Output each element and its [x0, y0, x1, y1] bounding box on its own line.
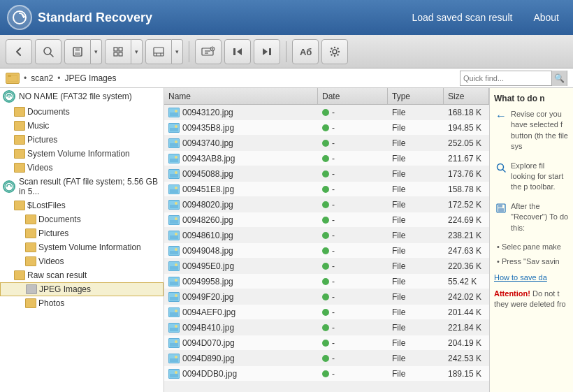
info-text-1: Revise cor you have selected f button (t…	[511, 109, 569, 152]
save-dropdown-arrow[interactable]: ▾	[91, 39, 102, 64]
tree-item-videos-1[interactable]: Videos	[0, 161, 164, 175]
svg-rect-63	[170, 251, 178, 254]
view-button[interactable]	[105, 39, 131, 64]
file-row[interactable]: 009451E8.jpg - File 158.78 K	[164, 182, 489, 197]
status-dot	[322, 324, 329, 331]
file-row[interactable]: 009495E0.jpg - File 220.36 K	[164, 259, 489, 274]
preview-dropdown-arrow[interactable]: ▾	[172, 39, 183, 64]
file-row[interactable]: 0094D070.jpg - File 204.19 K	[164, 335, 489, 351]
file-row[interactable]: 00945088.jpg - File 173.76 K	[164, 166, 489, 182]
file-name-cell: 0094DDB0.jpg	[164, 366, 318, 381]
info-section-1: ← Revise cor you have selected f button …	[494, 109, 569, 152]
tree-item-photos[interactable]: Photos	[0, 296, 164, 310]
magnify-icon	[494, 161, 508, 175]
tree-item-raw-scan[interactable]: Raw scan result	[0, 268, 164, 282]
file-row[interactable]: 00948610.jpg - File 238.21 K	[164, 228, 489, 243]
tree-item-system-volume-2[interactable]: System Volume Information	[0, 240, 164, 254]
folder-icon	[25, 228, 36, 238]
status-dot	[322, 370, 329, 377]
file-type-cell: File	[388, 289, 444, 304]
file-name-cell: 009451E8.jpg	[164, 182, 318, 196]
file-name-cell: 00949958.jpg	[164, 274, 318, 289]
svg-rect-6	[114, 48, 117, 51]
load-scan-link[interactable]: Load saved scan result	[412, 12, 512, 23]
file-row[interactable]: 0094D890.jpg - File 242.53 K	[164, 351, 489, 366]
search-input[interactable]	[460, 74, 551, 82]
file-name-cell: 00945088.jpg	[164, 166, 318, 181]
tree-item-system-volume-1[interactable]: System Volume Information	[0, 147, 164, 161]
file-row[interactable]: 00949048.jpg - File 247.63 K	[164, 243, 489, 259]
file-size-cell: 194.85 K	[444, 120, 489, 135]
attention-label: Attention!	[494, 289, 530, 298]
about-link[interactable]: About	[533, 12, 559, 23]
back-button[interactable]	[6, 39, 32, 64]
tree-item-music[interactable]: Music	[0, 119, 164, 133]
search-submit-button[interactable]: 🔍	[551, 71, 567, 86]
file-date-cell: -	[318, 320, 388, 335]
tree-scan-result[interactable]: Scan result (FAT file system; 5.56 GB in…	[0, 175, 164, 198]
app-title: Standard Recovery	[38, 10, 152, 25]
svg-rect-66	[170, 266, 178, 270]
col-header-name[interactable]: Name	[164, 88, 318, 104]
file-name-cell: 00948260.jpg	[164, 212, 318, 227]
save-button[interactable]	[64, 39, 91, 64]
rename-button[interactable]: Аб	[292, 39, 319, 64]
prev-button[interactable]	[224, 39, 251, 64]
file-row[interactable]: 0094B410.jpg - File 221.84 K	[164, 320, 489, 335]
next-button[interactable]	[254, 39, 280, 64]
file-name-cell: 00948610.jpg	[164, 228, 318, 242]
file-type-cell: File	[388, 305, 444, 319]
file-row[interactable]: 0094DDB0.jpg - File 189.15 K	[164, 366, 489, 382]
logo-icon	[7, 5, 32, 30]
file-row[interactable]: 00948260.jpg - File 224.69 K	[164, 212, 489, 228]
tree-item-jpeg-images[interactable]: JPEG Images	[0, 282, 164, 296]
file-img-icon	[168, 277, 180, 286]
tree-drive-no-name[interactable]: NO NAME (FAT32 file system)	[0, 88, 164, 105]
info-link[interactable]: How to save da	[494, 273, 569, 282]
breadcrumb-path2[interactable]: JPEG Images	[64, 73, 116, 83]
settings-button[interactable]	[321, 39, 348, 64]
view-dropdown-arrow[interactable]: ▾	[131, 39, 143, 64]
search-button[interactable]	[35, 39, 61, 64]
find-button[interactable]	[195, 39, 222, 64]
svg-rect-81	[170, 343, 178, 347]
svg-rect-84	[170, 358, 178, 362]
file-type-cell: File	[388, 197, 444, 212]
tree-item-videos-2[interactable]: Videos	[0, 254, 164, 268]
file-row[interactable]: 00949958.jpg - File 55.42 K	[164, 274, 489, 289]
file-row[interactable]: 00943120.jpg - File 168.18 K	[164, 105, 489, 120]
file-size-cell: 173.76 K	[444, 166, 489, 181]
file-row[interactable]: 00943740.jpg - File 252.05 K	[164, 136, 489, 151]
status-dot	[322, 340, 329, 347]
tree-item-pictures-2[interactable]: Pictures	[0, 226, 164, 240]
tree-item-documents-2[interactable]: Documents	[0, 212, 164, 226]
col-header-date[interactable]: Date	[318, 88, 388, 104]
file-row[interactable]: 00943AB8.jpg - File 211.67 K	[164, 151, 489, 166]
svg-point-85	[175, 356, 177, 358]
file-date-cell: -	[318, 228, 388, 242]
svg-point-34	[5, 182, 13, 191]
folder-icon	[25, 298, 36, 308]
file-name-cell: 0094D070.jpg	[164, 335, 318, 350]
col-header-size[interactable]: Size	[444, 88, 489, 104]
breadcrumb-path1[interactable]: scan2	[31, 73, 53, 83]
status-dot	[322, 186, 329, 193]
file-img-icon	[168, 261, 180, 271]
col-header-type[interactable]: Type	[388, 88, 444, 104]
file-date-cell: -	[318, 120, 388, 135]
file-row[interactable]: 00948020.jpg - File 172.52 K	[164, 197, 489, 212]
file-row[interactable]: 00949F20.jpg - File 242.02 K	[164, 289, 489, 305]
logo: Standard Recovery	[7, 5, 152, 30]
tree-item-documents-1[interactable]: Documents	[0, 105, 164, 119]
preview-button[interactable]	[145, 39, 172, 64]
file-row[interactable]: 0094AEF0.jpg - File 201.44 K	[164, 305, 489, 320]
svg-point-67	[175, 263, 177, 266]
tree-item-lost-files[interactable]: $LostFiles	[0, 198, 164, 212]
file-date-cell: -	[318, 105, 388, 119]
folder-icon-gray	[26, 284, 37, 294]
svg-point-61	[175, 233, 177, 235]
file-row[interactable]: 009435B8.jpg - File 194.85 K	[164, 120, 489, 136]
tree-item-pictures-1[interactable]: Pictures	[0, 133, 164, 147]
file-size-cell: 168.18 K	[444, 105, 489, 119]
svg-point-64	[175, 248, 177, 251]
